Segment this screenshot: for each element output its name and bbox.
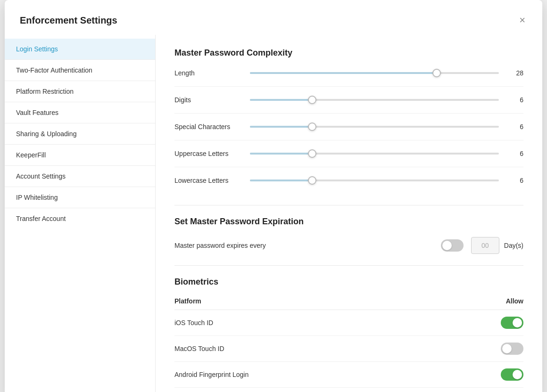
slider-thumb-special-chars[interactable]	[308, 122, 316, 131]
sidebar-item-login-settings[interactable]: Login Settings	[5, 39, 155, 60]
sidebar-item-keeperfill[interactable]: KeeperFill	[5, 145, 155, 166]
biometrics-toggle-ios-touch-id[interactable]	[501, 317, 523, 329]
section-divider-2	[174, 265, 523, 266]
slider-label-length: Length	[174, 69, 250, 77]
biometrics-row-ios-touch-id: iOS Touch ID	[174, 310, 523, 336]
slider-track-special-chars	[250, 126, 499, 128]
expiration-toggle[interactable]	[441, 239, 464, 252]
sidebar-item-vault-features[interactable]: Vault Features	[5, 102, 155, 123]
slider-label-special-chars: Special Characters	[174, 123, 250, 131]
expiry-input[interactable]	[471, 237, 499, 254]
biometrics-section: Biometrics Platform Allow iOS Touch IDMa…	[174, 277, 523, 388]
slider-track-digits	[250, 99, 499, 101]
biometrics-rows: iOS Touch IDMacOS Touch IDAndroid Finger…	[174, 310, 523, 388]
slider-fill-special-chars	[250, 126, 312, 128]
slider-thumb-uppercase[interactable]	[308, 149, 316, 158]
expiration-title: Set Master Password Expiration	[174, 217, 523, 227]
biometrics-label-ios-touch-id: iOS Touch ID	[174, 319, 213, 327]
slider-track-wrap-length[interactable]	[250, 68, 499, 78]
sidebar: Login SettingsTwo-Factor AuthenticationP…	[5, 35, 156, 392]
section-divider-1	[174, 205, 523, 205]
sidebar-item-account-settings[interactable]: Account Settings	[5, 166, 155, 187]
slider-value-special-chars: 6	[506, 123, 523, 131]
slider-track-uppercase	[250, 153, 499, 155]
slider-fill-uppercase	[250, 153, 312, 155]
close-button[interactable]: ×	[517, 13, 527, 27]
slider-row-special-chars: Special Characters6	[174, 122, 523, 140]
biometrics-title: Biometrics	[174, 277, 523, 287]
master-password-section: Master Password Complexity Length28Digit…	[174, 48, 523, 194]
slider-thumb-lowercase[interactable]	[308, 176, 316, 185]
sliders-container: Length28Digits6Special Characters6Upperc…	[174, 68, 523, 194]
slider-track-wrap-special-chars[interactable]	[250, 122, 499, 131]
main-content: Master Password Complexity Length28Digit…	[156, 35, 542, 392]
slider-value-length: 28	[506, 69, 523, 77]
toggle-thumb	[513, 318, 522, 327]
slider-fill-lowercase	[250, 180, 312, 181]
slider-fill-length	[250, 72, 437, 74]
slider-thumb-digits[interactable]	[308, 96, 316, 104]
enforcement-settings-modal: Enforcement Settings × Login SettingsTwo…	[5, 0, 542, 392]
slider-track-wrap-uppercase[interactable]	[250, 149, 499, 158]
biometrics-label-android-fingerprint: Android Fingerprint Login	[174, 371, 249, 378]
expiration-row: Master password expires every Day(s)	[174, 237, 523, 254]
slider-fill-digits	[250, 99, 312, 101]
modal-title: Enforcement Settings	[20, 15, 117, 26]
slider-thumb-length[interactable]	[432, 69, 441, 77]
slider-value-digits: 6	[506, 96, 523, 104]
biometrics-row-android-fingerprint: Android Fingerprint Login	[174, 362, 523, 388]
expiration-label: Master password expires every	[174, 242, 441, 249]
slider-row-digits: Digits6	[174, 95, 523, 114]
sidebar-item-two-factor[interactable]: Two-Factor Authentication	[5, 60, 155, 81]
sidebar-item-sharing-uploading[interactable]: Sharing & Uploading	[5, 123, 155, 145]
sidebar-item-ip-whitelisting[interactable]: IP Whitelisting	[5, 187, 155, 208]
biometrics-toggle-android-fingerprint[interactable]	[501, 368, 523, 381]
slider-value-lowercase: 6	[506, 177, 523, 184]
biometrics-platform-col: Platform	[174, 297, 201, 305]
toggle-thumb	[513, 370, 522, 379]
modal-body: Login SettingsTwo-Factor AuthenticationP…	[5, 35, 542, 392]
slider-label-digits: Digits	[174, 96, 250, 104]
slider-track-lowercase	[250, 180, 499, 181]
toggle-thumb	[442, 241, 452, 250]
sidebar-item-platform-restriction[interactable]: Platform Restriction	[5, 81, 155, 102]
slider-track-wrap-digits[interactable]	[250, 95, 499, 105]
slider-row-uppercase: Uppercase Letters6	[174, 149, 523, 167]
biometrics-toggle-macos-touch-id[interactable]	[501, 343, 523, 355]
biometrics-row-macos-touch-id: MacOS Touch ID	[174, 336, 523, 362]
biometrics-header: Platform Allow	[174, 297, 523, 310]
modal-header: Enforcement Settings ×	[5, 0, 542, 35]
biometrics-allow-col: Allow	[506, 297, 523, 305]
slider-value-uppercase: 6	[506, 150, 523, 157]
slider-row-lowercase: Lowercase Letters6	[174, 176, 523, 194]
slider-track-wrap-lowercase[interactable]	[250, 176, 499, 185]
master-password-title: Master Password Complexity	[174, 48, 523, 58]
days-label: Day(s)	[504, 242, 523, 249]
sidebar-item-transfer-account[interactable]: Transfer Account	[5, 208, 155, 229]
biometrics-label-macos-touch-id: MacOS Touch ID	[174, 345, 224, 352]
slider-label-uppercase: Uppercase Letters	[174, 150, 250, 157]
toggle-thumb	[502, 344, 512, 353]
slider-label-lowercase: Lowercase Letters	[174, 177, 250, 184]
expiration-section: Set Master Password Expiration Master pa…	[174, 217, 523, 254]
slider-track-length	[250, 72, 499, 74]
slider-row-length: Length28	[174, 68, 523, 87]
